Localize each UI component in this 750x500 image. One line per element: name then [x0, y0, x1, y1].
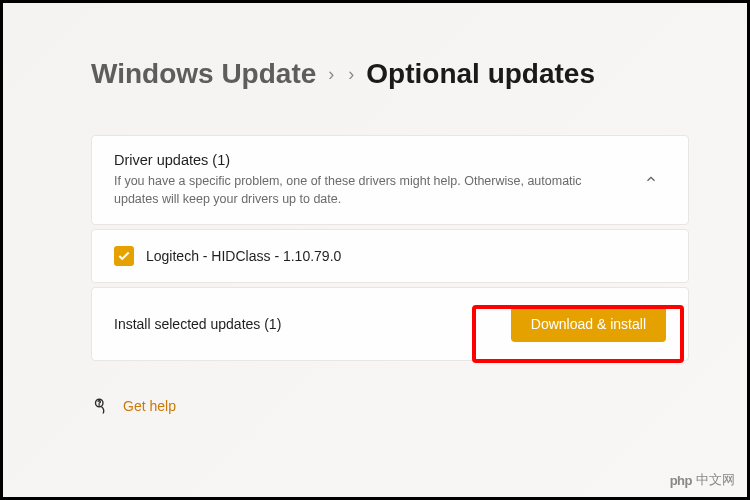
chevron-right-icon: ›	[326, 64, 336, 85]
driver-updates-panel: Driver updates (1) If you have a specifi…	[91, 135, 689, 225]
watermark-text: 中文网	[696, 471, 735, 489]
driver-updates-title: Driver updates (1)	[114, 152, 644, 168]
install-selected-label: Install selected updates (1)	[114, 316, 281, 332]
get-help-label: Get help	[123, 398, 176, 414]
driver-item-row: Logitech - HIDClass - 1.10.79.0	[91, 229, 689, 283]
breadcrumb-parent[interactable]: Windows Update	[91, 58, 316, 90]
driver-updates-description: If you have a specific problem, one of t…	[114, 172, 614, 208]
driver-checkbox[interactable]	[114, 246, 134, 266]
watermark: php 中文网	[670, 471, 735, 489]
driver-updates-header[interactable]: Driver updates (1) If you have a specifi…	[92, 136, 688, 224]
svg-point-1	[99, 405, 100, 406]
settings-content: Windows Update › › Optional updates Driv…	[3, 3, 747, 415]
panel-header-text: Driver updates (1) If you have a specifi…	[114, 152, 644, 208]
watermark-logo: php	[670, 473, 692, 488]
install-row: Install selected updates (1) Download & …	[91, 287, 689, 361]
breadcrumb-current: Optional updates	[366, 58, 595, 90]
breadcrumb: Windows Update › › Optional updates	[91, 58, 689, 90]
download-install-button[interactable]: Download & install	[511, 306, 666, 342]
get-help-link[interactable]: Get help	[91, 397, 689, 415]
driver-item-label: Logitech - HIDClass - 1.10.79.0	[146, 248, 341, 264]
chevron-up-icon	[644, 172, 668, 189]
chevron-right-icon: ›	[346, 64, 356, 85]
help-icon	[91, 397, 109, 415]
